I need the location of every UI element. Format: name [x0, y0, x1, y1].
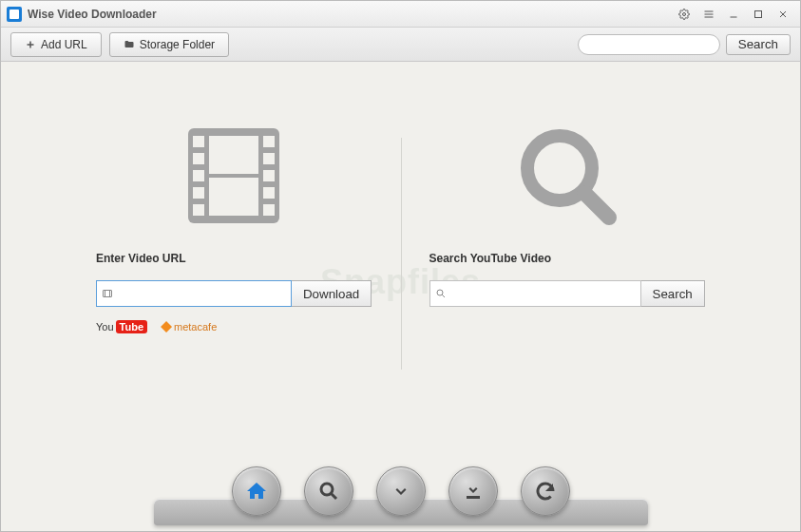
dock-download-button[interactable] [376, 466, 426, 516]
storage-folder-label: Storage Folder [140, 38, 215, 51]
svg-rect-15 [193, 136, 204, 147]
svg-rect-21 [263, 153, 275, 164]
youtube-brand: YouTube [96, 320, 147, 333]
magnifier-icon [510, 119, 624, 233]
add-url-label: Add URL [41, 38, 87, 51]
svg-rect-24 [263, 204, 275, 216]
svg-rect-23 [263, 187, 275, 199]
svg-line-33 [331, 494, 336, 500]
svg-rect-19 [193, 204, 204, 216]
toolbar-search-input[interactable] [578, 34, 720, 55]
url-field-row: Download [96, 280, 372, 307]
close-icon[interactable] [772, 6, 794, 23]
storage-folder-button[interactable]: Storage Folder [109, 32, 229, 57]
svg-rect-17 [193, 170, 204, 181]
toolbar: Add URL Storage Folder Search [1, 28, 800, 62]
svg-rect-22 [263, 170, 275, 181]
app-window: Wise Video Downloader Add URL [0, 0, 801, 532]
svg-point-32 [321, 484, 333, 495]
metacafe-brand: metacafe [161, 321, 217, 332]
dock-search-button[interactable] [304, 466, 353, 516]
folder-icon [124, 39, 135, 50]
settings-icon[interactable] [673, 6, 696, 23]
svg-line-31 [442, 294, 445, 297]
svg-rect-18 [193, 187, 204, 199]
enter-url-label: Enter Video URL [96, 252, 185, 265]
svg-rect-25 [104, 291, 112, 297]
menu-icon[interactable] [697, 6, 720, 23]
search-panel: Search YouTube Video Search [401, 119, 734, 417]
svg-line-29 [584, 193, 609, 218]
search-field-row: Search [429, 280, 705, 307]
main-content: Snapfiles Enter Video URL [1, 62, 800, 531]
app-icon [7, 7, 22, 22]
titlebar: Wise Video Downloader [1, 1, 800, 28]
toolbar-search-group: Search [578, 34, 791, 55]
url-panel: Enter Video URL Download YouTube metacaf… [67, 119, 401, 417]
dock-home-button[interactable] [232, 466, 281, 516]
film-icon [177, 119, 291, 233]
dock [194, 455, 608, 522]
svg-rect-14 [209, 178, 258, 216]
window-controls [671, 6, 794, 23]
download-button[interactable]: Download [292, 280, 372, 307]
svg-point-0 [683, 12, 686, 15]
toolbar-search-button[interactable]: Search [726, 34, 791, 55]
supported-brands: YouTube metacafe [96, 320, 217, 333]
svg-rect-34 [467, 496, 480, 499]
plus-icon [25, 39, 36, 50]
svg-rect-5 [755, 10, 762, 17]
youtube-search-button[interactable]: Search [641, 280, 705, 307]
maximize-icon[interactable] [747, 6, 770, 23]
search-small-icon [435, 288, 447, 299]
film-small-icon [102, 288, 113, 299]
add-url-button[interactable]: Add URL [10, 32, 102, 57]
svg-point-30 [437, 290, 443, 295]
dock-refresh-button[interactable] [521, 466, 570, 516]
search-youtube-label: Search YouTube Video [429, 252, 551, 265]
youtube-search-input[interactable] [429, 280, 641, 307]
svg-rect-16 [193, 153, 204, 164]
svg-rect-13 [209, 136, 258, 174]
dock-download-folder-button[interactable] [448, 466, 498, 516]
svg-rect-20 [263, 136, 275, 147]
app-title: Wise Video Downloader [28, 8, 671, 21]
video-url-input[interactable] [96, 280, 292, 307]
minimize-icon[interactable] [722, 6, 745, 23]
